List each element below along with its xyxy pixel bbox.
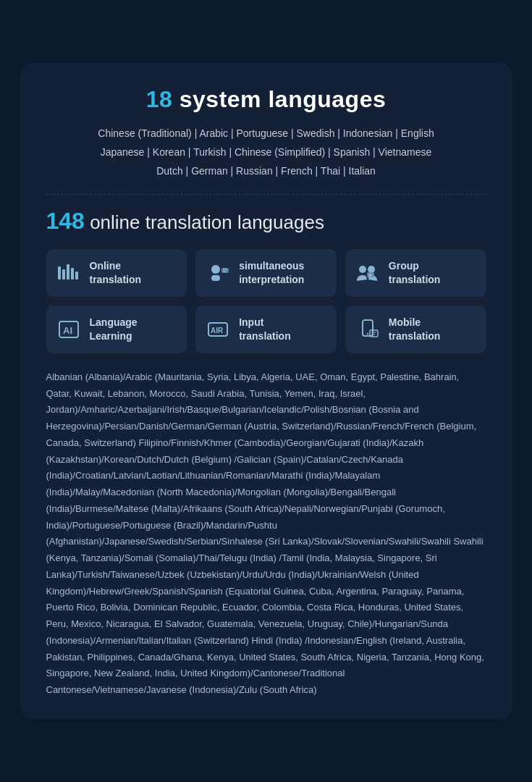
title-text: system languages [180,86,386,112]
title-number: 18 [146,86,173,112]
svg-point-11 [368,266,375,273]
subtitle-number: 148 [46,208,85,234]
svg-point-5 [211,265,220,274]
feature-online-translation[interactable]: Onlinetranslation [46,249,187,297]
online-translation-icon [55,259,83,287]
svg-rect-0 [58,266,61,279]
feature-mobile-translation[interactable]: Mobiletranslation [345,306,486,353]
svg-rect-6 [211,275,220,281]
feature-input-translation[interactable]: AIR Inputtranslation [195,306,337,353]
svg-rect-3 [71,268,74,279]
svg-rect-2 [67,264,69,279]
simultaneous-interpretation-label: simultaneousinterpretation [239,259,304,287]
svg-text:AI: AI [63,325,72,336]
main-card: 18 system languages Chinese (Traditional… [20,63,512,719]
mobile-translation-icon [354,316,381,343]
section-divider [46,194,486,195]
svg-rect-7 [221,268,229,273]
subtitle-text: online translation languages [90,211,324,233]
languages-line-2: Japanese | Korean | Turkish | Chinese (S… [46,143,486,162]
svg-rect-4 [75,272,78,279]
feature-simultaneous-interpretation[interactable]: simultaneousinterpretation [195,249,337,297]
group-translation-icon [354,259,381,287]
feature-language-learning[interactable]: AI LanguageLearning [46,306,187,353]
features-grid: Onlinetranslation simultaneousinterpreta… [46,249,486,353]
languages-line-3: Dutch | German | Russian | French | Thai… [46,162,486,181]
online-translation-subtitle: 148 online translation languages [46,208,486,235]
svg-rect-1 [62,269,65,279]
languages-line-1: Chinese (Traditional) | Arabic | Portugu… [46,125,486,143]
svg-text:AIR: AIR [211,327,224,335]
group-translation-label: Grouptranslation [389,259,441,287]
system-languages-list: Chinese (Traditional) | Arabic | Portugu… [46,125,486,181]
language-learning-icon: AI [55,316,83,343]
simultaneous-interpretation-icon [204,259,232,287]
mobile-translation-label: Mobiletranslation [389,316,441,343]
system-languages-title: 18 system languages [46,86,486,113]
input-translation-label: Inputtranslation [239,316,291,343]
feature-group-translation[interactable]: Grouptranslation [345,249,486,297]
language-description: Albanian (Albania)/Arabic (Mauritania, S… [46,369,486,699]
svg-point-20 [367,333,368,335]
input-translation-icon: AIR [204,316,232,343]
language-learning-label: LanguageLearning [90,316,138,343]
online-translation-label: Onlinetranslation [90,259,142,287]
svg-point-10 [359,266,366,273]
